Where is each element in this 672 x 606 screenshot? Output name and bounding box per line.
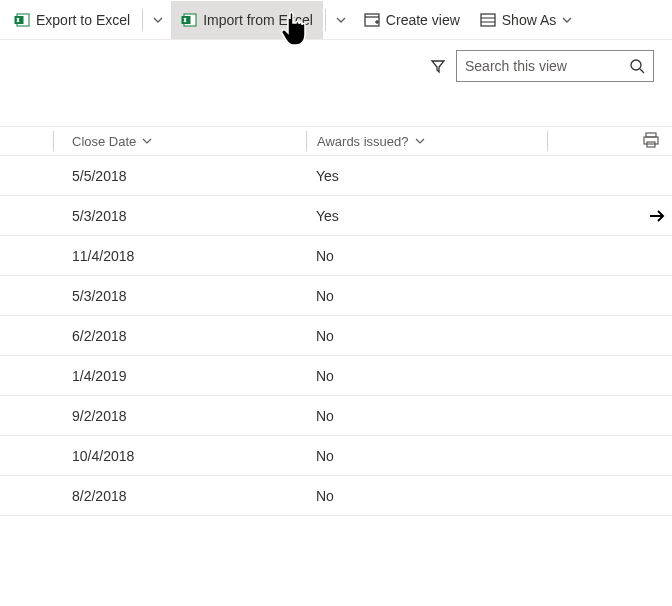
cell-close-date: 6/2/2018 xyxy=(72,328,127,344)
table-row[interactable]: 5/3/2018 No xyxy=(0,276,672,316)
table-row[interactable]: 9/2/2018 No xyxy=(0,396,672,436)
cell-close-date: 10/4/2018 xyxy=(72,448,134,464)
create-view-button[interactable]: Create view xyxy=(354,1,470,39)
filter-icon[interactable] xyxy=(430,58,446,74)
table-row[interactable]: 8/2/2018 No xyxy=(0,476,672,516)
search-input[interactable] xyxy=(465,58,615,74)
chevron-down-icon xyxy=(336,15,346,25)
svg-rect-14 xyxy=(644,137,658,144)
import-label: Import from Excel xyxy=(203,12,313,28)
cell-awards-issued: No xyxy=(316,248,334,264)
table-row[interactable]: 5/3/2018 Yes xyxy=(0,196,672,236)
svg-point-11 xyxy=(631,60,641,70)
create-view-icon xyxy=(364,12,380,28)
svg-rect-3 xyxy=(182,16,191,24)
table-row[interactable]: 11/4/2018 No xyxy=(0,236,672,276)
cell-awards-issued: No xyxy=(316,488,334,504)
cell-close-date: 9/2/2018 xyxy=(72,408,127,424)
chevron-down-icon xyxy=(142,136,152,146)
print-icon[interactable] xyxy=(642,131,660,152)
export-dropdown[interactable] xyxy=(145,1,171,39)
search-row xyxy=(0,40,672,92)
import-dropdown[interactable] xyxy=(328,1,354,39)
cell-close-date: 5/5/2018 xyxy=(72,168,127,184)
chevron-down-icon xyxy=(562,15,572,25)
data-grid: Close Date Awards issued? 5/5/2018 Yes 5… xyxy=(0,126,672,516)
chevron-down-icon xyxy=(415,136,425,146)
header-row: Close Date Awards issued? xyxy=(0,126,672,156)
header-label: Close Date xyxy=(72,134,136,149)
excel-icon xyxy=(14,12,30,28)
header-label: Awards issued? xyxy=(317,134,409,149)
cell-awards-issued: No xyxy=(316,328,334,344)
import-from-excel-button[interactable]: Import from Excel xyxy=(171,1,323,39)
separator xyxy=(142,9,143,31)
cell-awards-issued: No xyxy=(316,408,334,424)
cell-awards-issued: Yes xyxy=(316,168,339,184)
svg-rect-13 xyxy=(646,133,656,137)
cell-awards-issued: Yes xyxy=(316,208,339,224)
show-as-button[interactable]: Show As xyxy=(470,1,582,39)
svg-line-12 xyxy=(640,69,644,73)
table-row[interactable]: 5/5/2018 Yes xyxy=(0,156,672,196)
arrow-right-icon[interactable] xyxy=(648,207,666,225)
cell-awards-issued: No xyxy=(316,288,334,304)
table-row[interactable]: 1/4/2019 No xyxy=(0,356,672,396)
svg-rect-1 xyxy=(15,16,24,24)
table-row[interactable]: 10/4/2018 No xyxy=(0,436,672,476)
create-view-label: Create view xyxy=(386,12,460,28)
cell-awards-issued: No xyxy=(316,448,334,464)
toolbar: Export to Excel Import from Excel Create… xyxy=(0,0,672,40)
separator xyxy=(325,9,326,31)
cell-close-date: 11/4/2018 xyxy=(72,248,134,264)
table-row[interactable]: 6/2/2018 No xyxy=(0,316,672,356)
search-icon[interactable] xyxy=(629,58,645,74)
excel-icon xyxy=(181,12,197,28)
cell-close-date: 5/3/2018 xyxy=(72,288,127,304)
export-label: Export to Excel xyxy=(36,12,130,28)
chevron-down-icon xyxy=(153,15,163,25)
column-header-close-date[interactable]: Close Date xyxy=(62,134,306,149)
cell-close-date: 1/4/2019 xyxy=(72,368,127,384)
column-header-awards-issued[interactable]: Awards issued? xyxy=(307,134,547,149)
svg-rect-8 xyxy=(481,14,495,26)
show-as-icon xyxy=(480,12,496,28)
search-box[interactable] xyxy=(456,50,654,82)
cell-awards-issued: No xyxy=(316,368,334,384)
cell-close-date: 8/2/2018 xyxy=(72,488,127,504)
separator xyxy=(53,131,54,151)
export-to-excel-button[interactable]: Export to Excel xyxy=(4,1,140,39)
show-as-label: Show As xyxy=(502,12,556,28)
cell-close-date: 5/3/2018 xyxy=(72,208,127,224)
